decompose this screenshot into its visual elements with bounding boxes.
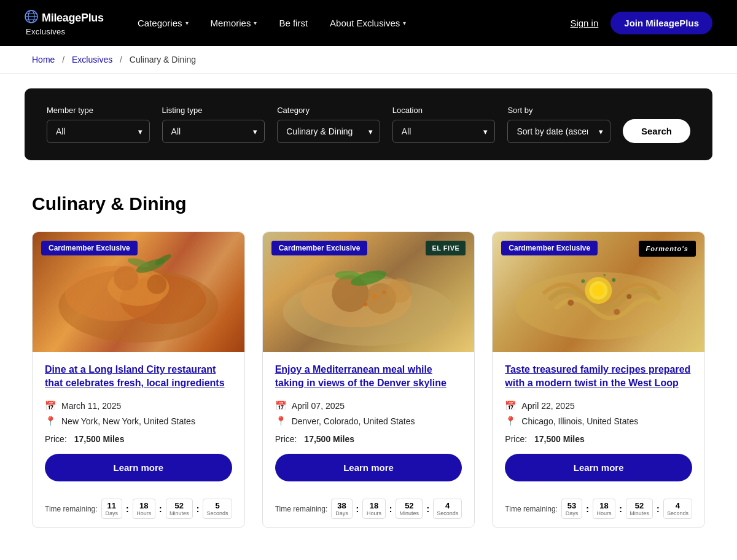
listing-card: Cardmember Exclusive Dine at a Long Isla… <box>32 231 245 528</box>
chevron-down-icon: ▾ <box>254 20 257 26</box>
sign-in-link[interactable]: Sign in <box>570 18 598 28</box>
nav-right: Sign in Join MileagePlus <box>570 12 712 34</box>
card-date: 📅 March 11, 2025 <box>45 400 232 411</box>
main-content: Culinary & Dining <box>0 175 737 553</box>
card-title[interactable]: Enjoy a Mediterranean meal while taking … <box>275 363 462 391</box>
nav-about-exclusives[interactable]: About Exclusives ▾ <box>321 13 415 33</box>
learn-more-button[interactable]: Learn more <box>45 454 232 481</box>
time-block-days: 38 Days <box>331 499 352 519</box>
nav-be-first[interactable]: Be first <box>270 13 316 33</box>
time-block-days: 11 Days <box>101 499 122 519</box>
sort-filter: Sort by Sort by date (ascen <box>507 106 610 143</box>
category-select[interactable]: Culinary & Dining <box>277 120 380 143</box>
logo-text: MileagePlus <box>42 12 104 25</box>
svg-point-32 <box>612 278 616 282</box>
breadcrumb: Home / Exclusives / Culinary & Dining <box>0 46 737 74</box>
sort-select[interactable]: Sort by date (ascen <box>507 120 610 143</box>
join-button[interactable]: Join MileagePlus <box>610 12 712 34</box>
location-icon: 📍 <box>45 416 57 427</box>
listing-card: Cardmember Exclusive Formento's Taste tr… <box>492 231 705 528</box>
time-remaining: Time remaining: 11 Days : 18 Hours : 52 … <box>33 491 244 528</box>
card-price: Price: 17,500 Miles <box>505 434 692 444</box>
card-location: 📍 New York, New York, United States <box>45 416 232 427</box>
card-price: Price: 17,500 Miles <box>275 434 462 444</box>
svg-point-28 <box>568 300 574 306</box>
card-image-wrapper: Cardmember Exclusive Formento's <box>493 232 704 352</box>
time-block-seconds: 4 Seconds <box>663 499 692 519</box>
card-date: 📅 April 22, 2025 <box>505 400 692 411</box>
card-body: Taste treasured family recipes prepared … <box>493 352 704 491</box>
time-remaining: Time remaining: 53 Days : 18 Hours : 52 … <box>493 491 704 528</box>
location-icon: 📍 <box>505 416 517 427</box>
category-filter: Category Culinary & Dining <box>277 106 380 143</box>
svg-point-20 <box>335 271 359 279</box>
member-type-select[interactable]: All <box>47 120 150 143</box>
category-label: Category <box>277 106 380 115</box>
chevron-down-icon: ▾ <box>403 20 406 26</box>
logo-sub: Exclusives <box>25 27 65 36</box>
svg-point-13 <box>154 252 173 267</box>
logo[interactable]: MileagePlus Exclusives <box>25 10 104 36</box>
learn-more-button[interactable]: Learn more <box>505 454 692 481</box>
member-type-filter: Member type All <box>47 106 150 143</box>
listing-type-filter: Listing type All <box>162 106 265 143</box>
time-block-hours: 18 Hours <box>362 499 385 519</box>
svg-point-9 <box>114 266 138 290</box>
calendar-icon: 📅 <box>275 400 287 411</box>
breadcrumb-home[interactable]: Home <box>32 55 55 64</box>
breadcrumb-sep: / <box>62 55 64 64</box>
svg-point-10 <box>147 274 166 294</box>
restaurant-logo-overlay: EL FIVE <box>426 241 466 255</box>
search-button[interactable]: Search <box>623 119 690 143</box>
card-meta: 📅 March 11, 2025 📍 New York, New York, U… <box>45 400 232 427</box>
card-title[interactable]: Taste treasured family recipes prepared … <box>505 363 692 391</box>
card-title[interactable]: Dine at a Long Island City restaurant th… <box>45 363 232 391</box>
svg-point-18 <box>387 278 411 303</box>
time-block-seconds: 5 Seconds <box>203 499 232 519</box>
card-badge: Cardmember Exclusive <box>501 241 598 255</box>
sort-label: Sort by <box>507 106 610 115</box>
location-label: Location <box>392 106 496 115</box>
learn-more-button[interactable]: Learn more <box>275 454 462 481</box>
svg-point-27 <box>593 284 605 297</box>
card-meta: 📅 April 22, 2025 📍 Chicago, Illinois, Un… <box>505 400 692 427</box>
navbar: MileagePlus Exclusives Categories ▾ Memo… <box>0 0 737 46</box>
listing-type-label: Listing type <box>162 106 265 115</box>
card-badge: Cardmember Exclusive <box>41 241 138 255</box>
time-block-seconds: 4 Seconds <box>433 499 462 519</box>
svg-point-6 <box>64 266 163 321</box>
card-body: Enjoy a Mediterranean meal while taking … <box>263 352 475 491</box>
card-badge: Cardmember Exclusive <box>271 241 368 255</box>
nav-categories[interactable]: Categories ▾ <box>129 13 197 33</box>
svg-point-23 <box>382 290 386 294</box>
listing-type-select[interactable]: All <box>162 120 265 143</box>
cards-grid: Cardmember Exclusive Dine at a Long Isla… <box>32 231 705 528</box>
card-date: 📅 April 07, 2025 <box>275 400 462 411</box>
listing-card: Cardmember Exclusive EL FIVE Enjoy a Med… <box>262 231 475 528</box>
svg-point-8 <box>107 269 169 306</box>
breadcrumb-exclusives[interactable]: Exclusives <box>72 55 112 64</box>
time-block-minutes: 52 Minutes <box>166 499 193 519</box>
location-select[interactable]: All <box>392 120 496 143</box>
time-block-minutes: 52 Minutes <box>396 499 423 519</box>
svg-point-11 <box>135 256 166 276</box>
restaurant-logo-overlay: Formento's <box>639 241 696 257</box>
filter-bar: Member type All Listing type All Categor… <box>25 88 712 160</box>
svg-point-12 <box>127 257 150 270</box>
calendar-icon: 📅 <box>45 400 57 411</box>
svg-point-7 <box>120 275 206 324</box>
card-image-wrapper: Cardmember Exclusive EL FIVE <box>263 232 475 352</box>
calendar-icon: 📅 <box>505 400 517 411</box>
nav-memories[interactable]: Memories ▾ <box>202 13 266 33</box>
card-meta: 📅 April 07, 2025 📍 Denver, Colorado, Uni… <box>275 400 462 427</box>
time-block-hours: 18 Hours <box>133 499 155 519</box>
breadcrumb-sep: / <box>120 55 122 64</box>
svg-point-21 <box>372 294 377 299</box>
svg-point-5 <box>58 269 218 343</box>
nav-links: Categories ▾ Memories ▾ Be first About E… <box>129 13 545 33</box>
svg-point-30 <box>614 309 620 315</box>
time-block-hours: 18 Hours <box>593 499 615 519</box>
card-location: 📍 Denver, Colorado, United States <box>275 416 462 427</box>
card-price: Price: 17,500 Miles <box>45 434 232 444</box>
svg-point-33 <box>604 274 606 276</box>
